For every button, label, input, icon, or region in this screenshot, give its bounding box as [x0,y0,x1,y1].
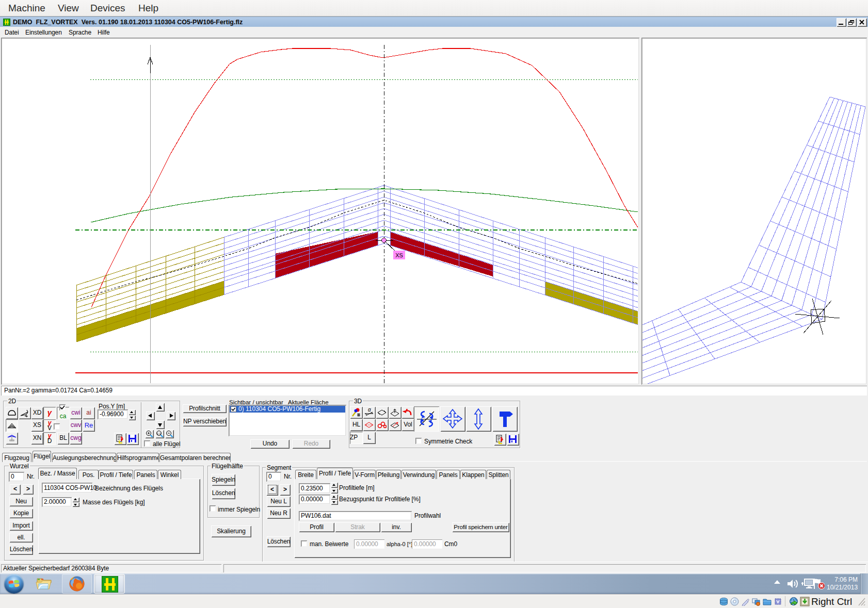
svg-text:α: α [368,407,371,413]
svg-text:XS: XS [395,252,403,258]
svg-text:1:1: 1:1 [157,432,162,435]
